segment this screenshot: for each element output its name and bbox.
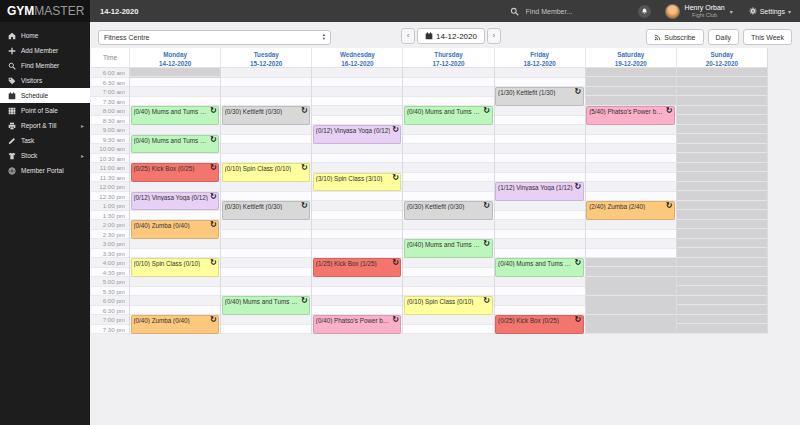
class-event[interactable]: (1/12) Vinyasa Yoga (1/12)↻ bbox=[495, 182, 584, 201]
time-slot[interactable] bbox=[495, 135, 585, 145]
time-slot[interactable] bbox=[586, 239, 676, 249]
time-slot[interactable] bbox=[586, 192, 676, 202]
time-slot[interactable] bbox=[586, 182, 676, 192]
time-slot[interactable] bbox=[495, 144, 585, 154]
day-header-tuesday[interactable]: Tuesday15-12-2020 bbox=[220, 48, 311, 67]
time-slot[interactable] bbox=[221, 239, 311, 249]
time-slot[interactable] bbox=[312, 296, 402, 306]
subscribe-button[interactable]: Subscribe bbox=[646, 29, 703, 45]
time-slot[interactable] bbox=[495, 116, 585, 126]
time-slot[interactable] bbox=[586, 125, 676, 135]
time-slot[interactable] bbox=[403, 315, 493, 325]
time-slot[interactable] bbox=[312, 87, 402, 97]
time-slot[interactable] bbox=[312, 306, 402, 316]
time-slot[interactable] bbox=[221, 277, 311, 287]
time-slot[interactable] bbox=[495, 68, 585, 78]
location-select[interactable]: Fitness Centre ▴▾ bbox=[98, 30, 331, 45]
search-input[interactable] bbox=[524, 7, 616, 16]
time-slot[interactable] bbox=[495, 287, 585, 297]
time-slot[interactable] bbox=[495, 201, 585, 211]
class-event[interactable]: (5/40) Phatso's Power bur…↻ bbox=[586, 106, 675, 125]
time-slot[interactable] bbox=[312, 211, 402, 221]
time-slot[interactable] bbox=[403, 268, 493, 278]
time-slot[interactable] bbox=[130, 211, 220, 221]
sidebar-item-home[interactable]: Home bbox=[0, 28, 90, 43]
time-slot[interactable] bbox=[586, 230, 676, 240]
class-event[interactable]: (1/30) Kettlefit (1/30)↻ bbox=[495, 87, 584, 106]
time-slot[interactable] bbox=[312, 163, 402, 173]
notifications-button[interactable] bbox=[638, 5, 651, 18]
next-day-button[interactable]: › bbox=[487, 28, 501, 44]
time-slot[interactable] bbox=[403, 68, 493, 78]
class-event[interactable]: (3/10) Spin Class (3/10)↻ bbox=[313, 173, 402, 192]
class-event[interactable]: (0/25) Kick Box (0/25)↻ bbox=[131, 163, 220, 182]
time-slot[interactable] bbox=[403, 182, 493, 192]
time-slot[interactable] bbox=[130, 287, 220, 297]
time-slot[interactable] bbox=[221, 125, 311, 135]
time-slot[interactable] bbox=[221, 78, 311, 88]
time-slot[interactable] bbox=[586, 163, 676, 173]
time-slot[interactable] bbox=[586, 144, 676, 154]
time-slot[interactable] bbox=[312, 201, 402, 211]
class-event[interactable]: (0/25) Kick Box (0/25)↻ bbox=[495, 315, 584, 334]
settings-menu[interactable]: Settings ▾ bbox=[749, 7, 791, 15]
time-slot[interactable] bbox=[130, 97, 220, 107]
time-slot[interactable] bbox=[312, 220, 402, 230]
date-picker[interactable]: 14-12-2020 bbox=[417, 28, 485, 44]
time-slot[interactable] bbox=[586, 135, 676, 145]
time-slot[interactable] bbox=[403, 78, 493, 88]
sidebar-item-member-portal[interactable]: Member Portal bbox=[0, 163, 90, 178]
time-slot[interactable] bbox=[130, 154, 220, 164]
sidebar-item-visitors[interactable]: Visitors bbox=[0, 73, 90, 88]
time-slot[interactable] bbox=[312, 287, 402, 297]
time-slot[interactable] bbox=[403, 220, 493, 230]
time-slot[interactable] bbox=[312, 277, 402, 287]
time-slot[interactable] bbox=[403, 230, 493, 240]
previous-day-button[interactable]: ‹ bbox=[401, 28, 415, 44]
class-event[interactable]: (0/40) Mums and Tums (0/…↻ bbox=[131, 135, 220, 154]
time-slot[interactable] bbox=[221, 144, 311, 154]
class-event[interactable]: (0/40) Mums and Tums (0/…↻ bbox=[404, 106, 493, 125]
time-slot[interactable] bbox=[495, 277, 585, 287]
day-header-monday[interactable]: Monday14-12-2020 bbox=[129, 48, 220, 67]
time-slot[interactable] bbox=[221, 258, 311, 268]
class-event[interactable]: (0/40) Zumba (0/40)↻ bbox=[131, 220, 220, 239]
time-slot[interactable] bbox=[403, 144, 493, 154]
time-slot[interactable] bbox=[403, 173, 493, 183]
time-slot[interactable] bbox=[403, 258, 493, 268]
class-event[interactable]: (0/40) Mums and Tums (0/…↻ bbox=[222, 296, 311, 315]
time-slot[interactable] bbox=[403, 163, 493, 173]
week-view-button[interactable]: This Week bbox=[743, 29, 792, 45]
time-slot[interactable] bbox=[495, 239, 585, 249]
time-slot[interactable] bbox=[495, 173, 585, 183]
time-slot[interactable] bbox=[221, 192, 311, 202]
time-slot[interactable] bbox=[312, 97, 402, 107]
time-slot[interactable] bbox=[312, 249, 402, 259]
user-menu[interactable]: Henry Orban Fight Club ▾ bbox=[665, 4, 733, 19]
class-event[interactable]: (0/30) Kettlefit (0/30)↻ bbox=[222, 201, 311, 220]
time-slot[interactable] bbox=[495, 230, 585, 240]
time-slot[interactable] bbox=[495, 306, 585, 316]
time-slot[interactable] bbox=[403, 97, 493, 107]
sidebar-item-add-member[interactable]: Add Member bbox=[0, 43, 90, 58]
time-slot[interactable] bbox=[403, 87, 493, 97]
class-event[interactable]: (0/10) Spin Class (0/10)↻ bbox=[131, 258, 220, 277]
time-slot[interactable] bbox=[495, 78, 585, 88]
time-slot[interactable] bbox=[495, 163, 585, 173]
day-header-wednesday[interactable]: Wednesday16-12-2020 bbox=[311, 48, 402, 67]
time-slot[interactable] bbox=[221, 315, 311, 325]
time-slot[interactable] bbox=[586, 249, 676, 259]
time-slot[interactable] bbox=[403, 192, 493, 202]
time-slot[interactable] bbox=[130, 87, 220, 97]
class-event[interactable]: (0/40) Mums and Tums (0/…↻ bbox=[495, 258, 584, 277]
time-slot[interactable] bbox=[586, 173, 676, 183]
class-event[interactable]: (0/30) Kettlefit (0/30)↻ bbox=[404, 201, 493, 220]
time-slot[interactable] bbox=[312, 144, 402, 154]
time-slot[interactable] bbox=[221, 182, 311, 192]
time-slot[interactable] bbox=[495, 106, 585, 116]
time-slot[interactable] bbox=[130, 78, 220, 88]
class-event[interactable]: (0/40) Mums and Tums (0/…↻ bbox=[131, 106, 220, 125]
class-event[interactable]: (2/40) Zumba (2/40)↻ bbox=[586, 201, 675, 220]
time-slot[interactable] bbox=[495, 220, 585, 230]
class-event[interactable]: (0/40) Phatso's Power bur…↻ bbox=[313, 315, 402, 334]
